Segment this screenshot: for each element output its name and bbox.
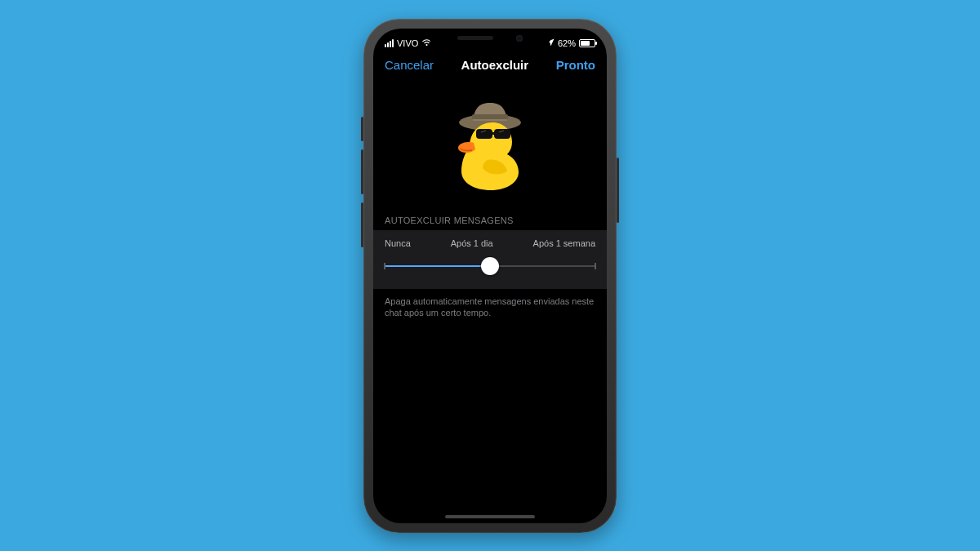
autodelete-slider[interactable] [385, 258, 595, 274]
autodelete-slider-panel: Nunca Após 1 dia Após 1 semana [373, 230, 607, 289]
signal-icon [385, 39, 394, 47]
power-button[interactable] [617, 158, 619, 223]
slider-option-never[interactable]: Nunca [385, 238, 411, 248]
volume-down-button[interactable] [361, 202, 363, 247]
page-title: Autoexcluir [461, 58, 529, 72]
carrier-label: VIVO [397, 38, 418, 48]
svg-rect-2 [476, 129, 492, 139]
notch [429, 29, 551, 48]
slider-option-1day[interactable]: Após 1 dia [451, 238, 493, 248]
nav-bar: Cancelar Autoexcluir Pronto [373, 53, 607, 80]
illustration [373, 80, 607, 216]
mute-switch[interactable] [361, 117, 363, 141]
cancel-button[interactable]: Cancelar [385, 58, 434, 72]
home-indicator[interactable] [445, 515, 535, 518]
slider-thumb[interactable] [481, 257, 499, 275]
slider-option-1week[interactable]: Após 1 semana [533, 238, 595, 248]
duck-spy-icon [445, 96, 535, 194]
phone-frame: VIVO 02:00 62% Cancelar Autoexcluir Pron… [363, 19, 617, 533]
svg-rect-1 [472, 114, 508, 119]
done-button[interactable]: Pronto [556, 58, 595, 72]
svg-rect-3 [494, 129, 510, 139]
volume-up-button[interactable] [361, 149, 363, 194]
screen: VIVO 02:00 62% Cancelar Autoexcluir Pron… [373, 29, 607, 523]
front-camera [516, 35, 523, 42]
speaker-grill [457, 36, 493, 40]
hint-text: Apaga automaticamente mensagens enviadas… [373, 289, 607, 320]
battery-label: 62% [558, 38, 576, 48]
section-label: AUTOEXCLUIR MENSAGENS [373, 216, 607, 230]
battery-icon [579, 39, 595, 47]
svg-rect-4 [491, 132, 496, 135]
